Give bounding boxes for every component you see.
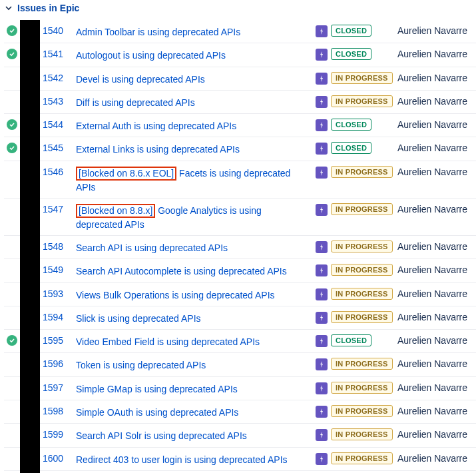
issue-row: 1594Slick is using deprecated APIsIN PRO… <box>4 306 476 330</box>
issue-key-link[interactable]: 1597 <box>43 382 63 393</box>
status-badge[interactable]: CLOSED <box>331 119 371 131</box>
issue-key-link[interactable]: 1542 <box>43 73 63 83</box>
issue-key-cell: 1540 <box>40 24 68 36</box>
issue-summary-link[interactable]: Views Bulk Operations is using deprecate… <box>76 290 275 300</box>
assignee-cell[interactable]: Aurelien Navarre <box>397 357 476 369</box>
redacted-project-key <box>20 448 40 471</box>
status-badge[interactable]: CLOSED <box>331 25 371 37</box>
status-badge[interactable]: IN PROGRESS <box>331 428 393 440</box>
epic-type-icon <box>316 429 328 441</box>
status-badge[interactable]: CLOSED <box>331 48 371 60</box>
status-cell: CLOSED <box>331 47 397 60</box>
status-badge[interactable]: IN PROGRESS <box>331 264 393 276</box>
issue-key-link[interactable]: 1541 <box>43 49 63 59</box>
issue-key-link[interactable]: 1545 <box>43 143 63 153</box>
status-badge[interactable]: IN PROGRESS <box>331 288 393 300</box>
issue-key-link[interactable]: 1546 <box>43 167 63 177</box>
issue-key-cell: 1548 <box>40 240 68 252</box>
issue-key-link[interactable]: 1544 <box>43 119 63 130</box>
issue-key-link[interactable]: 1599 <box>43 429 63 440</box>
issue-row: 1597Simple GMap is using deprecated APIs… <box>4 377 476 400</box>
issue-summary-link[interactable]: Devel is using deprecated APIs <box>76 74 205 85</box>
redacted-project-key <box>20 161 40 199</box>
issue-key-link[interactable]: 1598 <box>43 406 63 416</box>
status-badge[interactable]: IN PROGRESS <box>331 166 393 178</box>
status-badge[interactable]: IN PROGRESS <box>331 382 393 394</box>
done-cell <box>4 165 20 167</box>
issue-summary-link[interactable]: Diff is using deprecated APIs <box>76 97 195 108</box>
done-cell <box>4 357 20 358</box>
status-badge[interactable]: IN PROGRESS <box>331 405 393 417</box>
issue-summary-link[interactable]: Search API is using deprecated APIs <box>76 242 228 253</box>
assignee-cell[interactable]: Aurelien Navarre <box>397 71 476 83</box>
issue-key-link[interactable]: 1548 <box>43 241 63 252</box>
issue-summary-link[interactable]: Autologout is using deprecated APIs <box>76 50 226 61</box>
epic-type-icon <box>316 73 328 85</box>
issue-summary-link[interactable]: Admin Toolbar is using deprecated APIs <box>76 27 240 37</box>
issue-key-link[interactable]: 1540 <box>43 25 63 36</box>
assignee-cell[interactable]: Aurelien Navarre <box>397 287 476 299</box>
assignee-cell[interactable]: Aurelien Navarre <box>397 47 476 59</box>
assignee-cell[interactable]: Aurelien Navarre <box>397 452 476 464</box>
assignee-cell[interactable]: Aurelien Navarre <box>397 334 476 346</box>
epic-type-icon <box>316 25 328 37</box>
issue-key-link[interactable]: 1600 <box>43 453 63 464</box>
issue-summary-cell: Devel is using deprecated APIs <box>68 71 312 86</box>
highlight-annotation: [Blocked on 8.8.x] <box>76 204 155 218</box>
status-badge[interactable]: CLOSED <box>331 334 371 346</box>
issue-key-link[interactable]: 1594 <box>43 312 63 322</box>
issue-summary-link[interactable]: [Blocked on 8.6.x EOL] Facets is using d… <box>76 168 290 193</box>
issue-key-link[interactable]: 1549 <box>43 264 63 275</box>
status-badge[interactable]: IN PROGRESS <box>331 95 393 107</box>
issue-summary-link[interactable]: Video Embed Field is using deprecated AP… <box>76 336 260 347</box>
status-badge[interactable]: IN PROGRESS <box>331 358 393 370</box>
done-cell <box>4 240 20 241</box>
status-badge[interactable]: IN PROGRESS <box>331 240 393 252</box>
issue-summary-link[interactable]: Redirect 403 to user login is using depr… <box>76 454 288 465</box>
issue-summary-link[interactable]: Simple OAuth is using deprecated APIs <box>76 407 238 418</box>
collapse-toggle[interactable] <box>4 3 13 13</box>
status-badge[interactable]: IN PROGRESS <box>331 311 393 323</box>
issue-summary-link[interactable]: External Links is using deprecated APIs <box>76 144 240 155</box>
status-badge[interactable]: IN PROGRESS <box>331 72 393 84</box>
assignee-cell[interactable]: Aurelien Navarre <box>397 310 476 322</box>
issue-summary-link[interactable]: Simple GMap is using deprecated APIs <box>76 384 238 394</box>
issue-summary-link[interactable]: Slick is using deprecated APIs <box>76 313 201 324</box>
assignee-cell[interactable]: Aurelien Navarre <box>397 381 476 393</box>
status-cell: IN PROGRESS <box>331 357 397 370</box>
assignee-cell[interactable]: Aurelien Navarre <box>397 203 476 215</box>
assignee-cell[interactable]: Aurelien Navarre <box>397 24 476 36</box>
assignee-cell[interactable]: Aurelien Navarre <box>397 165 476 177</box>
issue-key-cell: 1549 <box>40 263 68 275</box>
issue-row: 1598Simple OAuth is using deprecated API… <box>4 400 476 424</box>
status-badge[interactable]: CLOSED <box>331 142 371 154</box>
issue-key-link[interactable]: 1596 <box>43 358 63 369</box>
assignee-cell[interactable]: Aurelien Navarre <box>397 95 476 107</box>
issue-key-link[interactable]: 1543 <box>43 96 63 107</box>
issue-type-cell <box>312 71 331 85</box>
issue-row: 1543Diff is using deprecated APIsIN PROG… <box>4 91 476 114</box>
issue-row: 1546[Blocked on 8.6.x EOL] Facets is usi… <box>4 161 476 199</box>
issue-summary-cell: Views Bulk Operations is using deprecate… <box>68 287 312 302</box>
status-badge[interactable]: IN PROGRESS <box>331 203 393 215</box>
issue-key-link[interactable]: 1593 <box>43 288 63 299</box>
issue-summary-link[interactable]: Search API Autocomplete is using depreca… <box>76 266 287 276</box>
assignee-cell[interactable]: Aurelien Navarre <box>397 240 476 252</box>
issue-type-cell <box>312 310 331 324</box>
issue-key-link[interactable]: 1547 <box>43 204 63 215</box>
assignee-cell[interactable]: Aurelien Navarre <box>397 404 476 416</box>
issue-key-link[interactable]: 1595 <box>43 335 63 346</box>
status-badge[interactable]: IN PROGRESS <box>331 452 393 464</box>
assignee-cell[interactable]: Aurelien Navarre <box>397 263 476 275</box>
issue-summary-link[interactable]: Search API Solr is using deprecated APIs <box>76 430 247 441</box>
status-cell: IN PROGRESS <box>331 165 397 178</box>
done-check-icon <box>7 49 17 59</box>
assignee-cell[interactable]: Aurelien Navarre <box>397 141 476 153</box>
assignee-cell[interactable]: Aurelien Navarre <box>397 118 476 130</box>
assignee-cell[interactable]: Aurelien Navarre <box>397 428 476 440</box>
done-cell <box>4 141 20 153</box>
issue-summary-link[interactable]: External Auth is using deprecated APIs <box>76 121 236 131</box>
issue-summary-link[interactable]: [Blocked on 8.8.x] Google Analytics is u… <box>76 205 262 230</box>
issue-summary-link[interactable]: Token is using deprecated APIs <box>76 360 206 370</box>
done-check-icon <box>7 143 17 153</box>
